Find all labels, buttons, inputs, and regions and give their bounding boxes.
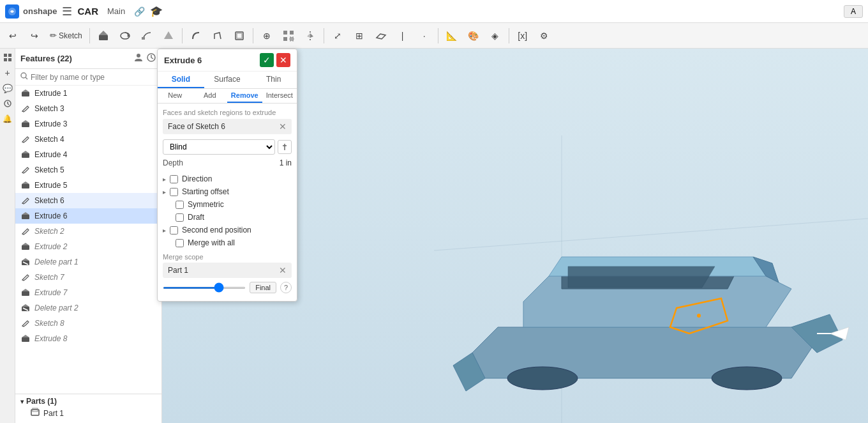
tab-surface[interactable]: Surface <box>204 72 251 88</box>
svg-rect-17 <box>8 54 11 57</box>
svg-line-30 <box>26 137 27 138</box>
user-button[interactable]: A <box>844 5 863 18</box>
face-value-clear-button[interactable]: ✕ <box>279 121 287 132</box>
feature-item-extrude4[interactable]: Extrude 4 <box>15 147 161 162</box>
feature-item-deletepart1[interactable]: Delete part 1 <box>15 254 161 270</box>
left-icon-notifications[interactable]: 🔔 <box>1 112 14 125</box>
feature-item-extrude1[interactable]: Extrude 1 <box>15 86 161 101</box>
option-direction[interactable]: ▸ Direction <box>163 173 292 185</box>
point-button[interactable]: · <box>414 26 435 46</box>
loft-button[interactable] <box>158 26 179 46</box>
feature-item-deletepart2[interactable]: Delete part 2 <box>15 300 161 316</box>
left-icon-grid[interactable] <box>1 51 14 64</box>
pattern-button[interactable] <box>278 26 299 46</box>
part-item-1[interactable]: Part 1 <box>20 406 156 420</box>
main-tab[interactable]: Main <box>103 6 129 16</box>
feature-item-extrude7[interactable]: Extrude 7 <box>15 285 161 300</box>
part-label: Part 1 <box>43 409 64 418</box>
symmetric-checkbox[interactable] <box>176 201 184 209</box>
help-button[interactable]: ? <box>280 282 292 293</box>
redo-button[interactable]: ↪ <box>24 26 45 46</box>
direction-checkbox[interactable] <box>170 175 178 183</box>
feature-panel: Features (22) Extrude 1Sketch 3Extrude 3… <box>15 49 162 423</box>
feature-item-sketch6[interactable]: Sketch 6 <box>15 193 161 208</box>
starting-offset-checkbox[interactable] <box>170 188 178 196</box>
depth-row: Depth 1 in <box>163 158 292 167</box>
shell-button[interactable] <box>229 26 250 46</box>
blind-select[interactable]: Blind <box>163 139 275 155</box>
sketch-icon <box>20 196 31 206</box>
appearance-button[interactable]: 🎨 <box>463 26 484 46</box>
left-icon-comment[interactable]: 💬 <box>1 82 14 95</box>
feature-item-extrude2[interactable]: Extrude 2 <box>15 239 161 254</box>
plane-button[interactable] <box>371 26 391 46</box>
merge-scope-clear-button[interactable]: ✕ <box>279 265 287 275</box>
option-starting-offset[interactable]: ▸ Starting offset <box>163 185 292 198</box>
chamfer-button[interactable] <box>207 26 228 46</box>
variable-button[interactable]: [x] <box>513 26 533 46</box>
option-second-end[interactable]: ▸ Second end position <box>163 224 292 236</box>
extrude-ok-button[interactable]: ✓ <box>260 53 274 67</box>
symmetric-label: Symmetric <box>188 200 224 209</box>
svg-marker-41 <box>22 243 29 245</box>
search-input[interactable] <box>31 73 156 82</box>
svg-line-45 <box>26 275 27 276</box>
toolbar-separator-6 <box>509 28 509 43</box>
parts-section: ▾ Parts (1) Part 1 <box>15 394 161 423</box>
draft-checkbox[interactable] <box>176 213 184 222</box>
feature-item-sketch5[interactable]: Sketch 5 <box>15 162 161 178</box>
timeline-slider[interactable] <box>163 287 246 289</box>
axis-button[interactable]: | <box>393 26 413 46</box>
custom-button[interactable]: ⚙ <box>534 26 555 46</box>
left-icon-versions[interactable] <box>1 97 14 110</box>
second-end-checkbox[interactable] <box>170 226 178 235</box>
mate-button[interactable]: ⊞ <box>349 26 370 46</box>
subtab-add[interactable]: Add <box>193 89 228 103</box>
render-button[interactable]: ◈ <box>485 26 505 46</box>
final-button[interactable]: Final <box>250 282 276 293</box>
feature-item-sketch4[interactable]: Sketch 4 <box>15 132 161 147</box>
feature-item-extrude8[interactable]: Extrude 8 <box>15 331 161 346</box>
extrude-icon <box>20 150 31 160</box>
tab-thin[interactable]: Thin <box>250 72 297 88</box>
hamburger-icon[interactable]: ☰ <box>62 4 72 19</box>
parts-section-header[interactable]: ▾ Parts (1) <box>20 397 156 406</box>
option-draft[interactable]: Draft <box>163 211 292 224</box>
feature-item-sketch7[interactable]: Sketch 7 <box>15 270 161 285</box>
merge-all-checkbox[interactable] <box>176 239 184 247</box>
left-icon-add[interactable]: + <box>1 66 14 79</box>
subtab-new[interactable]: New <box>158 89 193 103</box>
feature-item-extrude6[interactable]: Extrude 6 <box>15 208 161 224</box>
feature-item-sketch2[interactable]: Sketch 2 <box>15 224 161 239</box>
extrude-button[interactable] <box>93 26 114 46</box>
feature-item-extrude3[interactable]: Extrude 3 <box>15 116 161 132</box>
subtab-intersect[interactable]: Intersect <box>262 89 297 103</box>
boolean-button[interactable]: ⊕ <box>257 26 277 46</box>
extrude-dialog-buttons: ✓ ✕ <box>260 53 290 67</box>
transform-button[interactable]: ⤢ <box>327 26 348 46</box>
svg-marker-35 <box>22 181 29 184</box>
extrude-icon <box>20 180 31 190</box>
undo-button[interactable]: ↩ <box>3 26 23 46</box>
pin-button[interactable] <box>278 140 292 154</box>
sweep-button[interactable] <box>137 26 157 46</box>
search-bar <box>15 69 161 86</box>
measure-button[interactable]: 📐 <box>442 26 462 46</box>
subtab-remove[interactable]: Remove <box>227 89 262 103</box>
sketch-button[interactable]: ✏ Sketch <box>46 26 86 46</box>
feature-item-sketch3[interactable]: Sketch 3 <box>15 101 161 116</box>
onshape-learn-icon[interactable]: 🎓 <box>150 5 163 17</box>
fillet-button[interactable] <box>186 26 206 46</box>
tab-solid[interactable]: Solid <box>158 72 204 88</box>
link-icon[interactable]: 🔗 <box>134 6 145 17</box>
feature-item-extrude5[interactable]: Extrude 5 <box>15 178 161 193</box>
feature-item-sketch8[interactable]: Sketch 8 <box>15 316 161 331</box>
option-symmetric[interactable]: Symmetric <box>163 198 292 211</box>
extrude-dialog-title: Extrude 6 <box>164 56 202 65</box>
mirror-button[interactable] <box>300 26 320 46</box>
revolve-button[interactable] <box>115 26 135 46</box>
extrude-cancel-button[interactable]: ✕ <box>276 53 290 67</box>
feature-panel-clock-icon[interactable] <box>146 52 156 65</box>
option-merge-all[interactable]: Merge with all <box>163 236 292 249</box>
feature-panel-person-icon[interactable] <box>133 52 144 65</box>
